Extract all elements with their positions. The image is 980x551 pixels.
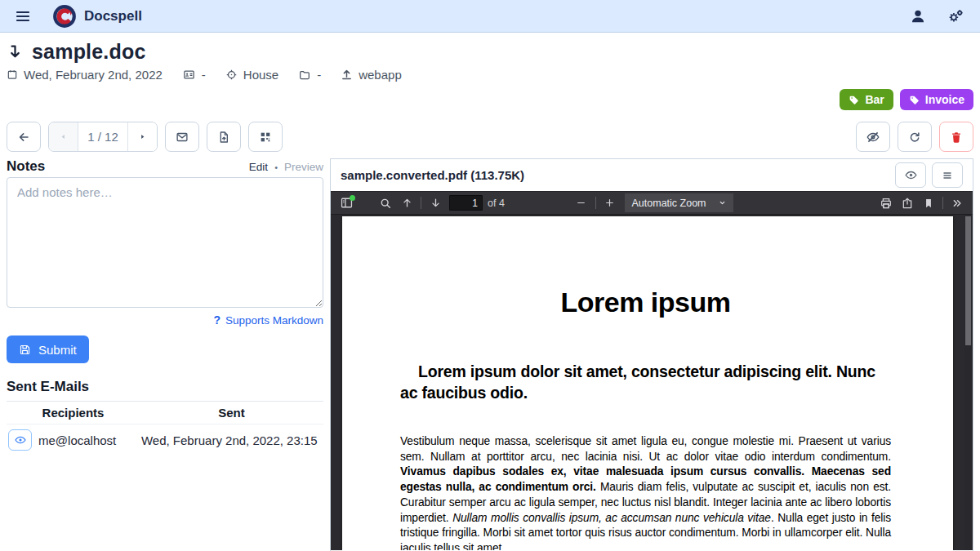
pdf-scrollbar-thumb[interactable]	[965, 216, 971, 345]
tag-icon	[909, 95, 920, 105]
attachment-pager: 1 / 12	[48, 122, 158, 152]
item-arrow-icon	[7, 42, 24, 61]
pdf-zoom-out-button[interactable]	[571, 193, 592, 213]
column-header-recipients: Recipients	[7, 402, 140, 424]
refresh-icon	[908, 131, 921, 144]
tag-badge[interactable]: Bar	[840, 89, 893, 110]
sent-emails-table: Recipients Sent me@localhost	[7, 401, 323, 455]
caret-left-icon	[58, 131, 69, 142]
left-column: Notes Edit • Preview ? Supports Markdown…	[7, 158, 323, 455]
pdf-print-button[interactable]	[875, 193, 897, 213]
attach-file-icon	[217, 131, 230, 144]
pdf-viewer[interactable]: Lorem ipsum Lorem ipsum dolor sit amet, …	[331, 215, 973, 550]
page-title: sample.doc	[32, 40, 146, 64]
bookmark-icon	[923, 198, 934, 209]
pdf-zoom-select[interactable]: Automatic Zoom	[625, 193, 733, 212]
user-icon[interactable]	[910, 8, 926, 24]
qr-grid-button[interactable]	[248, 122, 283, 152]
add-files-button[interactable]	[207, 122, 241, 152]
print-icon	[880, 197, 893, 210]
eye-slash-icon	[866, 130, 880, 144]
pdf-scrollbar[interactable]	[964, 215, 972, 550]
double-chevron-icon	[951, 197, 964, 210]
item-date: Wed, February 2nd, 2022	[24, 68, 163, 82]
hamburger-menu-button[interactable]	[11, 5, 34, 28]
notes-tab-preview[interactable]: Preview	[284, 161, 323, 173]
tag-icon	[849, 95, 859, 105]
submit-notes-button[interactable]: Submit	[7, 335, 89, 363]
pdf-download-button[interactable]	[897, 193, 918, 213]
docspell-logo	[52, 4, 77, 29]
item-correspondent: -	[202, 68, 206, 82]
gears-icon[interactable]	[947, 8, 964, 24]
pdf-zoom-in-button[interactable]	[599, 193, 621, 213]
concerning-icon	[225, 69, 238, 81]
item-title-row: sample.doc	[7, 40, 973, 64]
column-header-sent: Sent	[140, 402, 323, 424]
item-meta-row: Wed, February 2nd, 2022 - House - webapp	[7, 68, 973, 82]
list-icon	[941, 169, 954, 182]
delete-button[interactable]	[939, 122, 973, 152]
pdf-sidebar-toggle-button[interactable]	[336, 193, 357, 213]
attachment-view-button[interactable]	[895, 162, 926, 188]
tag-label: Bar	[865, 93, 884, 106]
back-arrow-icon	[17, 131, 30, 144]
download-icon	[901, 197, 914, 210]
chevron-down-icon	[718, 198, 727, 207]
folder-icon	[298, 69, 311, 81]
sent-emails-heading: Sent E-Mails	[7, 379, 323, 395]
notes-tab-separator: •	[274, 162, 278, 172]
item-concerning: House	[243, 68, 278, 82]
pdf-toolbar: of 4 Automatic Zoom	[331, 191, 973, 215]
notification-dot	[350, 195, 355, 201]
item-folder: -	[317, 68, 321, 82]
eye-icon	[14, 433, 27, 447]
reprocess-button[interactable]	[898, 122, 932, 152]
send-mail-button[interactable]	[165, 122, 199, 152]
back-button[interactable]	[7, 122, 41, 152]
unconfirm-button[interactable]	[856, 122, 890, 152]
submit-label: Submit	[38, 343, 77, 357]
pdf-next-page-button[interactable]	[425, 193, 446, 213]
attachment-filename: sample.converted.pdf (113.75K)	[341, 168, 524, 182]
correspondent-icon	[182, 69, 196, 81]
attachment-menu-button[interactable]	[932, 162, 963, 188]
search-icon	[379, 197, 392, 210]
supports-markdown-link[interactable]: Supports Markdown	[225, 314, 323, 327]
pdf-search-button[interactable]	[375, 193, 396, 213]
notes-tab-edit[interactable]: Edit	[249, 161, 268, 173]
pdf-page: Lorem ipsum Lorem ipsum dolor sit amet, …	[342, 216, 953, 550]
notes-input[interactable]	[7, 177, 323, 308]
item-toolbar: 1 / 12	[7, 122, 973, 152]
calendar-icon	[7, 69, 18, 81]
pdf-bookmark-button[interactable]	[918, 193, 939, 213]
menu-icon	[15, 8, 31, 24]
pdf-document-title: Lorem ipsum	[400, 287, 891, 318]
arrow-up-icon	[401, 197, 413, 209]
prev-attachment-button[interactable]	[49, 122, 78, 151]
zoom-in-icon	[604, 198, 615, 208]
app-title: Docspell	[84, 8, 142, 24]
pdf-document-body: Vestibulum neque massa, scelerisque sit …	[400, 434, 891, 550]
tag-badge[interactable]: Invoice	[900, 89, 973, 110]
trash-icon	[950, 131, 963, 144]
pdf-prev-page-button[interactable]	[396, 193, 417, 213]
envelope-icon	[176, 131, 189, 144]
notes-heading: Notes	[7, 158, 45, 175]
item-source: webapp	[359, 68, 402, 82]
file-panel: sample.converted.pdf (113.75K)	[330, 158, 973, 551]
brand[interactable]: Docspell	[52, 4, 142, 29]
save-icon	[19, 344, 31, 356]
pdf-page-number-input[interactable]	[449, 195, 483, 211]
source-upload-icon	[341, 69, 353, 81]
zoom-out-icon	[576, 198, 586, 208]
question-icon: ?	[213, 313, 220, 327]
pdf-page-count: of 4	[488, 198, 505, 209]
view-mail-button[interactable]	[8, 429, 32, 451]
mail-recipient: me@localhost	[38, 433, 116, 447]
navbar: Docspell	[0, 0, 980, 33]
arrow-down-icon	[430, 197, 442, 209]
next-attachment-button[interactable]	[128, 122, 157, 151]
pdf-more-tools-button[interactable]	[947, 193, 968, 213]
caret-right-icon	[137, 131, 148, 142]
